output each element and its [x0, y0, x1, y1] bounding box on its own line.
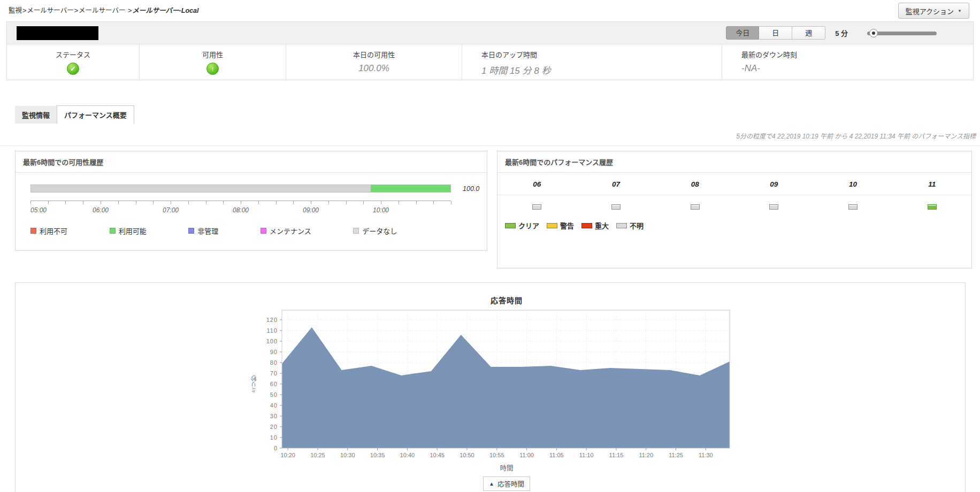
axis-tick — [433, 201, 434, 204]
stat-label: 本日の可用性 — [286, 49, 462, 59]
svg-text:10:55: 10:55 — [489, 452, 504, 458]
period-button[interactable]: 週 — [792, 26, 825, 40]
legend-swatch — [581, 223, 592, 228]
stat-column: 本日の可用性100.0% — [286, 44, 462, 80]
stat-column: 本日のアップ時間1 時間 15 分 8 秒 — [462, 44, 722, 80]
hour-status-icon[interactable] — [611, 204, 621, 210]
breadcrumb-link[interactable]: メールサーバー — [27, 7, 73, 14]
legend-item: クリア — [505, 220, 539, 230]
svg-text:0: 0 — [273, 445, 277, 451]
availability-panel-title: 最新6時間での可用性履歴 — [16, 151, 487, 173]
svg-text:70: 70 — [270, 370, 277, 376]
response-time-area-chart: 010203040506070809010011012010:2010:2510… — [258, 308, 731, 462]
hour-status-icon[interactable] — [532, 204, 541, 210]
svg-text:11:20: 11:20 — [639, 452, 653, 458]
legend-item: 利用可能 — [110, 226, 147, 236]
breadcrumb-link[interactable]: 監視 — [9, 7, 22, 14]
tab-monitor-info[interactable]: 監視情報 — [15, 106, 57, 124]
stat-label: 最新のダウン時刻 — [741, 49, 973, 59]
axis-tick — [65, 201, 66, 204]
axis-tick — [363, 201, 364, 204]
svg-text:10:35: 10:35 — [370, 452, 385, 458]
performance-icons-row — [497, 195, 971, 217]
axis-tick — [206, 201, 206, 204]
tab-performance-overview[interactable]: パフォーマンス概要 — [57, 105, 134, 124]
hour-status-cell — [577, 204, 656, 210]
legend-label: 非管理 — [197, 226, 218, 236]
axis-tick — [153, 201, 154, 204]
hour-status-icon[interactable] — [691, 204, 700, 210]
availability-axis-labels: 05:0006:0007:0008:0009:0010:00 — [30, 206, 451, 215]
legend-label: 利用可能 — [119, 226, 147, 236]
axis-tick — [171, 201, 171, 204]
legend-swatch — [30, 228, 36, 234]
legend-item: 不明 — [616, 220, 644, 230]
granularity-slider[interactable] — [867, 29, 937, 37]
svg-text:50: 50 — [270, 391, 277, 398]
svg-text:10:50: 10:50 — [460, 452, 474, 458]
axis-tick — [416, 201, 417, 204]
axis-tick — [101, 201, 101, 204]
hour-label: 08 — [655, 173, 734, 195]
tab-strip: 監視情報パフォーマンス概要 — [15, 105, 980, 124]
response-time-chart-panel: 応答時間 ミリ秒 010203040506070809010011012010:… — [15, 282, 966, 492]
chart-title: 応答時間 — [283, 295, 731, 305]
svg-text:20: 20 — [270, 424, 277, 430]
svg-text:10:30: 10:30 — [340, 452, 355, 458]
availability-up-icon: ↑ — [206, 63, 219, 75]
hour-status-cell — [814, 204, 893, 210]
stat-column: 最新のダウン時刻-NA- — [722, 44, 973, 80]
performance-history-panel: 最新6時間でのパフォーマンス履歴 060708091011 クリア警告重大不明 — [497, 151, 972, 268]
availability-bar-segment — [371, 185, 450, 192]
stat-value: 1 時間 15 分 8 秒 — [481, 63, 722, 76]
hour-status-icon[interactable] — [769, 204, 778, 210]
axis-tick-label: 08:00 — [233, 206, 249, 214]
monitor-actions-button[interactable]: 監視アクション ▼ — [898, 3, 969, 19]
interval-label: 5 分 — [835, 28, 848, 38]
monitor-summary-block: 今日日週 5 分 ステータス✓可用性↑本日の可用性100.0%本日のアップ時間1… — [6, 21, 974, 80]
svg-text:60: 60 — [270, 381, 277, 387]
breadcrumb-separator: > — [128, 7, 132, 14]
svg-text:10: 10 — [270, 434, 277, 441]
axis-tick — [451, 201, 451, 204]
performance-legend: クリア警告重大不明 — [505, 220, 971, 230]
period-button[interactable]: 日 — [759, 26, 792, 40]
axis-tick — [30, 201, 31, 204]
stats-row: ステータス✓可用性↑本日の可用性100.0%本日のアップ時間1 時間 15 分 … — [7, 44, 973, 80]
chevron-down-icon: ▼ — [958, 9, 962, 13]
legend-label: クリア — [518, 220, 539, 230]
legend-item: 利用不可 — [30, 226, 67, 236]
hour-label: 06 — [497, 173, 577, 195]
axis-tick — [276, 201, 277, 204]
performance-hours-row: 060708091011 — [497, 173, 971, 195]
legend-label: データなし — [362, 226, 397, 236]
axis-tick — [311, 201, 311, 204]
svg-text:110: 110 — [266, 327, 278, 334]
availability-history-panel: 最新6時間での可用性履歴 100.0 05:0006:0007:0008:000… — [15, 151, 487, 251]
chart-legend-label: 応答時間 — [497, 479, 524, 489]
hour-label: 09 — [734, 173, 814, 195]
hour-status-icon[interactable] — [848, 204, 858, 210]
axis-tick — [258, 201, 259, 204]
stat-column: ステータス✓ — [7, 44, 139, 80]
stat-column: 可用性↑ — [139, 44, 286, 80]
breadcrumb-current: メールサーバー-Local — [132, 7, 198, 14]
breadcrumb-link[interactable]: メールサーバー — [79, 7, 127, 14]
availability-bar-segment — [31, 185, 371, 192]
hour-status-cell — [734, 204, 814, 210]
axis-tick-label: 05:00 — [30, 206, 47, 214]
axis-tick — [83, 201, 83, 204]
period-toolbar: 今日日週 5 分 — [7, 22, 973, 44]
legend-label: 警告 — [560, 220, 574, 230]
legend-swatch — [616, 223, 627, 228]
hour-label: 10 — [814, 173, 893, 195]
axis-tick — [118, 201, 119, 204]
hour-label: 07 — [577, 173, 656, 195]
period-button[interactable]: 今日 — [726, 26, 759, 40]
svg-text:10:20: 10:20 — [280, 452, 295, 458]
availability-legend: 利用不可利用可能非管理メンテナンスデータなし — [30, 226, 464, 236]
hour-status-icon[interactable] — [928, 204, 937, 210]
stat-label: 本日のアップ時間 — [481, 49, 722, 59]
availability-axis — [30, 201, 451, 205]
slider-handle[interactable] — [869, 29, 878, 37]
